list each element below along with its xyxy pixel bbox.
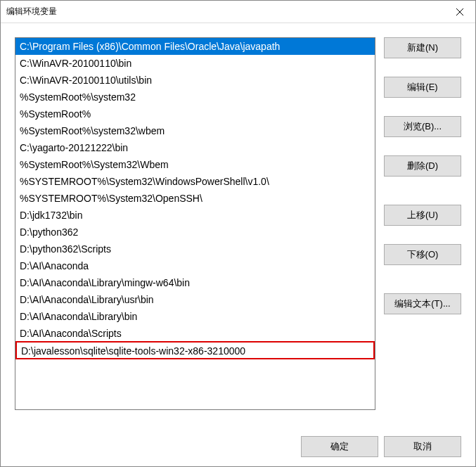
move-down-button[interactable]: 下移(O) <box>384 244 461 265</box>
browse-button[interactable]: 浏览(B)... <box>384 116 461 137</box>
dialog-window: 编辑环境变量 C:\Program Files (x86)\Common Fil… <box>0 0 476 467</box>
dialog-footer: 确定 取消 <box>1 427 475 466</box>
list-item[interactable]: D:\AI\Anaconda\Library\bin <box>15 308 375 325</box>
list-item[interactable]: C:\WinAVR-20100110\utils\bin <box>15 72 375 89</box>
list-item[interactable]: D:\python362 <box>15 224 375 241</box>
new-button[interactable]: 新建(N) <box>384 37 461 58</box>
list-item[interactable]: D:\AI\Anaconda\Scripts <box>15 325 375 342</box>
ok-button[interactable]: 确定 <box>301 436 378 457</box>
list-item[interactable]: D:\javalesson\sqlite\sqlite-tools-win32-… <box>15 341 375 359</box>
move-up-button[interactable]: 上移(U) <box>384 205 461 226</box>
dialog-title: 编辑环境变量 <box>6 6 57 18</box>
path-listbox[interactable]: C:\Program Files (x86)\Common Files\Orac… <box>15 37 375 410</box>
cancel-button[interactable]: 取消 <box>384 436 461 457</box>
list-item[interactable]: %SystemRoot%\System32\Wbem <box>15 156 375 173</box>
list-item[interactable]: C:\yagarto-20121222\bin <box>15 139 375 156</box>
list-item[interactable]: C:\WinAVR-20100110\bin <box>15 55 375 72</box>
list-item[interactable]: %SystemRoot% <box>15 105 375 122</box>
delete-button[interactable]: 删除(D) <box>384 155 461 177</box>
list-item[interactable]: D:\AI\Anaconda\Library\usr\bin <box>15 291 375 308</box>
list-item[interactable]: %SystemRoot%\system32 <box>15 89 375 105</box>
list-item[interactable]: D:\AI\Anaconda <box>15 257 375 274</box>
list-item[interactable]: %SYSTEMROOT%\System32\OpenSSH\ <box>15 190 375 207</box>
dialog-content: C:\Program Files (x86)\Common Files\Orac… <box>1 23 475 427</box>
button-sidebar: 新建(N) 编辑(E) 浏览(B)... 删除(D) 上移(U) 下移(O) 编… <box>384 37 461 420</box>
list-item[interactable]: C:\Program Files (x86)\Common Files\Orac… <box>15 38 375 55</box>
titlebar: 编辑环境变量 <box>1 1 475 23</box>
list-item[interactable]: D:\AI\Anaconda\Library\mingw-w64\bin <box>15 274 375 291</box>
list-item[interactable]: %SYSTEMROOT%\System32\WindowsPowerShell\… <box>15 173 375 190</box>
edit-button[interactable]: 编辑(E) <box>384 77 461 98</box>
close-button[interactable] <box>444 1 475 23</box>
list-item[interactable]: D:\python362\Scripts <box>15 241 375 257</box>
list-item[interactable]: %SystemRoot%\system32\wbem <box>15 122 375 139</box>
close-icon <box>456 8 463 15</box>
list-item[interactable]: D:\jdk1732\bin <box>15 207 375 224</box>
edit-text-button[interactable]: 编辑文本(T)... <box>384 293 461 314</box>
